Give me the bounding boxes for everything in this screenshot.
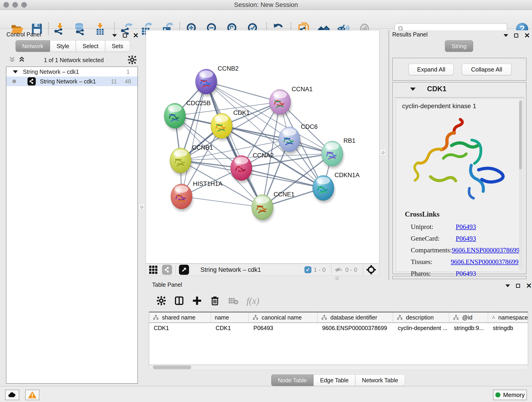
network-edge-count: 48 (125, 78, 131, 85)
left-splitter-handle[interactable] (139, 204, 144, 210)
table-horizontal-scrollbar[interactable] (149, 365, 528, 370)
scrollbar-thumb[interactable] (519, 101, 522, 169)
column-header-namespace[interactable]: namespace (488, 313, 528, 322)
close-panel-icon[interactable]: ✕ (524, 32, 530, 39)
delete-columns-trash-icon[interactable] (210, 296, 220, 306)
crosslinks-list: Uniprot:P06493GeneCard:P06493Compartment… (411, 219, 519, 277)
results-vertical-scrollbar[interactable] (519, 100, 522, 271)
tab-edge-table[interactable]: Edge Table (313, 375, 355, 386)
selected-checkbox[interactable]: ✓ (304, 266, 311, 273)
open-network-in-window-button[interactable] (179, 265, 189, 275)
cloud-status-button[interactable] (5, 390, 19, 400)
gene-expanded-icon[interactable] (410, 88, 416, 91)
string-network-graph[interactable]: CCNB2CCNA1CDC25BCDK1CDC6RB1CCNB1CCNA2CDK… (146, 30, 379, 263)
close-panel-icon[interactable]: ✕ (526, 282, 532, 289)
node-label-cdk1: CDK1 (233, 109, 250, 116)
panel-menu-icon[interactable] (504, 34, 508, 37)
column-header-shared-name[interactable]: shared name (149, 313, 211, 322)
gene-description: cyclin-dependent kinase 1 (402, 102, 476, 110)
scrollbar-thumb[interactable] (153, 366, 191, 369)
crosslink-link[interactable]: 9606.ENSP00000378699 (451, 258, 519, 266)
panel-menu-icon[interactable] (112, 34, 117, 37)
table-options-gear-icon[interactable] (156, 296, 166, 306)
close-panel-icon[interactable]: ✕ (133, 32, 139, 39)
column-header-database-identifier[interactable]: database identifier (317, 313, 393, 322)
window-title: Session: New Session (0, 1, 532, 8)
network-node-ccnb2[interactable] (196, 69, 218, 96)
node-table[interactable]: shared namenamecanonical namedatabase id… (149, 312, 528, 365)
node-label-hist1h1a: HIST1H1A (193, 180, 222, 187)
tab-string[interactable]: String (445, 40, 473, 52)
table-cell[interactable]: stringdb (488, 323, 528, 333)
show-columns-icon[interactable] (174, 296, 184, 306)
network-row-selected[interactable]: String Network – cdk1 11 48 (6, 77, 138, 86)
table-cell[interactable]: cyclin-dependent ... (393, 323, 449, 333)
column-header-description[interactable]: description (393, 313, 449, 322)
table-row[interactable]: CDK1CDK1P064939606.ENSP00000378699cyclin… (149, 323, 528, 333)
crosshair-navigator-icon[interactable] (366, 265, 376, 274)
network-node-rb1[interactable] (322, 141, 344, 168)
float-panel-icon[interactable] (514, 33, 518, 38)
collection-expanded-icon[interactable] (13, 70, 18, 73)
table-panel-tabs: Node TableEdge TableNetwork Table (271, 375, 405, 386)
collapse-all-button[interactable]: Collapse All (462, 64, 511, 75)
network-node-ccna2[interactable] (230, 155, 253, 183)
node-label-cdc25b: CDC25B (186, 100, 211, 107)
network-node-cdk1[interactable] (211, 113, 233, 141)
network-node-hist1h1a[interactable] (171, 184, 193, 211)
arrow-up-right-icon (181, 267, 187, 273)
tab-style[interactable]: Style (50, 40, 76, 52)
network-node-ccne1[interactable] (252, 195, 274, 222)
crosslinks-title: CrossLinks (405, 210, 439, 218)
column-header-canonical-name[interactable]: canonical name (249, 313, 317, 322)
crosslink-link[interactable]: P06493 (456, 223, 476, 230)
bottom-splitter-handle[interactable] (334, 275, 340, 281)
network-node-ccnb1[interactable] (170, 148, 192, 175)
current-network-dot-icon (12, 80, 16, 83)
table-cell[interactable]: CDK1 (211, 323, 249, 333)
gene-name: CDK1 (427, 85, 446, 93)
table-cell[interactable]: stringdb:9... (449, 323, 488, 333)
create-column-plus-icon[interactable] (192, 296, 202, 306)
network-edge[interactable] (181, 196, 262, 207)
control-panel-title: Control Panel (6, 31, 41, 38)
float-panel-icon[interactable] (516, 284, 520, 288)
warnings-button[interactable] (25, 390, 39, 400)
node-label-rb1: RB1 (343, 137, 355, 144)
network-collection-row[interactable]: String Network – cdk1 1 (6, 67, 138, 77)
crosslink-link[interactable]: P06493 (456, 235, 476, 242)
network-edge[interactable] (206, 82, 262, 207)
gene-detail-content: cyclin-dependent kinase 1 CrossLinks (396, 99, 523, 272)
toolbar-divider (363, 265, 363, 274)
tab-select[interactable]: Select (76, 40, 105, 52)
network-canvas[interactable]: CCNB2CCNA1CDC25BCDK1CDC6RB1CCNB1CCNA2CDK… (146, 30, 380, 264)
column-header-name[interactable]: name (211, 313, 249, 322)
network-node-cdkn1a[interactable] (312, 175, 335, 203)
table-cell[interactable]: 9606.ENSP00000378699 (317, 323, 393, 333)
table-header-row: shared namenamecanonical namedatabase id… (149, 313, 528, 323)
tab-network[interactable]: Network (16, 40, 50, 52)
tab-network-table[interactable]: Network Table (355, 375, 405, 386)
show-grid-button[interactable] (148, 265, 158, 275)
node-label-ccnb2: CCNB2 (218, 65, 239, 72)
network-birdseye-button[interactable] (162, 265, 172, 275)
crosslink-label: Tissues: (411, 258, 451, 266)
options-gear-icon[interactable] (127, 55, 137, 65)
float-panel-icon[interactable] (123, 33, 127, 38)
tab-node-table[interactable]: Node Table (271, 375, 313, 386)
network-edge[interactable] (181, 82, 206, 196)
panel-menu-icon[interactable] (505, 284, 510, 287)
crosslink-row: GeneCard:P06493 (411, 235, 519, 242)
expand-all-button[interactable]: Expand All (409, 64, 454, 75)
memory-status-button[interactable]: Memory (493, 390, 527, 400)
crosslink-link[interactable]: 9606.ENSP00000378699 (452, 246, 520, 254)
protein-ribbon-image (403, 113, 511, 204)
column-source-icon (253, 314, 259, 320)
right-splitter-handle[interactable] (380, 150, 386, 155)
table-cell[interactable]: P06493 (249, 323, 317, 333)
column-header--id[interactable]: @id (449, 313, 488, 322)
network-node-ccna1[interactable] (269, 89, 291, 117)
table-cell[interactable]: CDK1 (149, 323, 211, 333)
tab-sets[interactable]: Sets (105, 40, 130, 52)
control-panel: Control Panel ✕ NetworkStyleSelectSets 1… (2, 30, 145, 385)
